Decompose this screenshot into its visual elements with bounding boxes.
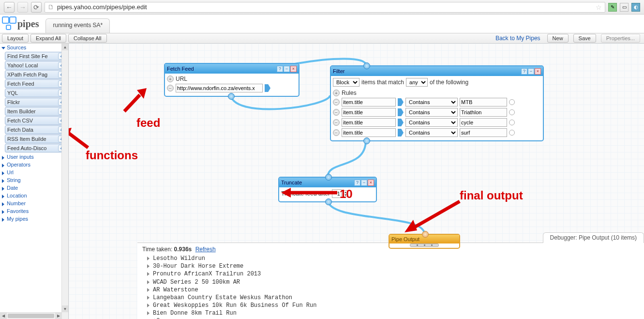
sidebar-category[interactable]: User inputs	[0, 153, 68, 161]
add-url-icon[interactable]: +	[167, 76, 174, 82]
module-header[interactable]: Fetch Feed ? − ×	[165, 64, 299, 74]
ext-3-icon[interactable]: ◐	[631, 3, 640, 12]
module-header[interactable]: Filter ? − ×	[331, 66, 543, 76]
scroll-left-icon[interactable]: ◀	[0, 313, 7, 319]
ext-1-icon[interactable]: ✎	[608, 3, 617, 12]
canvas[interactable]: Fetch Feed ? − × + URL −	[69, 44, 644, 319]
source-item[interactable]: Flickr+	[5, 98, 66, 106]
rule-op-select[interactable]: Contains	[405, 108, 458, 117]
ext-2-icon[interactable]: ▭	[620, 3, 629, 12]
rule-radio[interactable]	[509, 99, 515, 105]
collapse-icon[interactable]: −	[361, 180, 367, 186]
input-port[interactable]	[325, 174, 332, 181]
rule-radio[interactable]	[509, 120, 515, 125]
debug-item[interactable]: Langebaan Country Estate Weskus Marathon	[142, 294, 639, 302]
back-button[interactable]: ←	[4, 2, 15, 13]
rule-radio[interactable]	[509, 130, 515, 136]
sidebar-category[interactable]: String	[0, 176, 68, 184]
output-port[interactable]	[363, 137, 370, 144]
back-to-pipes-link[interactable]: Back to My Pipes	[495, 35, 540, 42]
source-item[interactable]: Feed Auto-Disco+	[5, 144, 66, 152]
rule-radio[interactable]	[509, 109, 515, 115]
sidebar-category[interactable]: Favorites	[0, 207, 68, 215]
field-port-icon[interactable]	[398, 108, 404, 116]
debug-item[interactable]: WCAD Series 2 50 100km AR	[142, 278, 639, 286]
collapse-icon[interactable]: −	[284, 66, 290, 72]
more-items[interactable]: +2 more...	[142, 318, 639, 319]
remove-rule-icon[interactable]: −	[333, 99, 340, 106]
hscroll-thumb[interactable]	[8, 314, 54, 318]
close-icon[interactable]: ×	[290, 66, 297, 72]
expand-all-button[interactable]: Expand All	[30, 34, 66, 43]
remove-rule-icon[interactable]: −	[333, 129, 340, 136]
debugger-tab[interactable]: Debugger: Pipe Output (10 items)	[543, 232, 644, 243]
rule-value-input[interactable]	[460, 128, 507, 137]
rule-value-input[interactable]	[460, 98, 507, 106]
block-select[interactable]: Block	[333, 78, 359, 87]
input-port[interactable]	[363, 62, 370, 69]
help-icon[interactable]: ?	[354, 180, 360, 186]
source-item[interactable]: Fetch CSV+	[5, 116, 66, 125]
output-port[interactable]	[228, 93, 235, 100]
new-button[interactable]: New	[547, 34, 569, 43]
remove-rule-icon[interactable]: −	[333, 119, 340, 126]
collapse-all-button[interactable]: Collapse All	[68, 34, 106, 43]
add-rule-icon[interactable]: +	[333, 90, 340, 96]
source-item[interactable]: Find First Site Fe+	[5, 52, 66, 61]
sidebar-category[interactable]: Date	[0, 184, 68, 192]
debug-item[interactable]: 30-Hour Dark Horse Extreme	[142, 262, 639, 270]
source-item[interactable]: Yahoo! Local+	[5, 61, 66, 70]
source-item[interactable]: YQL+	[5, 89, 66, 97]
sidebar-category[interactable]: Url	[0, 168, 68, 176]
field-port-icon[interactable]	[398, 119, 404, 126]
debug-item[interactable]: Great Weskoppies 10k Run 6k Business Of …	[142, 302, 639, 309]
url-port-icon[interactable]	[265, 84, 270, 92]
scroll-up-icon[interactable]: ▲	[62, 44, 68, 50]
close-icon[interactable]: ×	[535, 68, 541, 75]
rule-field-input[interactable]	[342, 118, 396, 127]
help-icon[interactable]: ?	[277, 66, 283, 72]
debug-item[interactable]: Bien Donne 8km Trail Run	[142, 309, 639, 317]
remove-rule-icon[interactable]: −	[333, 109, 340, 116]
rule-op-select[interactable]: Contains	[405, 98, 458, 106]
sidebar-category[interactable]: Location	[0, 192, 68, 199]
url-input[interactable]	[176, 84, 263, 92]
debug-item[interactable]: Lesotho Wildrun	[142, 255, 639, 262]
sidebar-scrollbar[interactable]: ▲ ▼	[61, 44, 68, 319]
any-select[interactable]: any	[406, 78, 428, 87]
collapse-icon[interactable]: −	[528, 68, 534, 75]
scroll-down-icon[interactable]: ▼	[62, 305, 68, 312]
source-item[interactable]: XPath Fetch Pag+	[5, 70, 66, 79]
rule-value-input[interactable]	[460, 108, 507, 117]
rule-value-input[interactable]	[460, 118, 507, 127]
field-port-icon[interactable]	[398, 98, 404, 106]
url-bar[interactable]: 🗋 pipes.yahoo.com/pipes/pipe.edit ☆	[45, 2, 605, 13]
layout-button[interactable]: Layout	[2, 34, 29, 43]
sidebar-hscroll[interactable]: ◀ ▶	[0, 312, 62, 319]
sidebar-category[interactable]: Number	[0, 199, 68, 207]
bookmark-star-icon[interactable]: ☆	[596, 3, 602, 11]
debug-item[interactable]: AR Waterstone	[142, 286, 639, 294]
properties-button[interactable]: Properties...	[601, 34, 640, 43]
source-item[interactable]: Item Builder+	[5, 107, 66, 116]
module-fetch-feed[interactable]: Fetch Feed ? − × + URL −	[164, 63, 300, 97]
forward-button[interactable]: →	[17, 2, 28, 13]
cat-sources[interactable]: Sources	[0, 44, 68, 51]
refresh-link[interactable]: Refresh	[195, 246, 216, 253]
field-port-icon[interactable]	[398, 129, 404, 137]
resize-grip-icon[interactable]	[410, 243, 439, 247]
save-button[interactable]: Save	[573, 34, 596, 43]
rule-field-input[interactable]	[342, 108, 396, 117]
debug-item[interactable]: Pronutro AfricanX Trailrun 2013	[142, 270, 639, 278]
rule-op-select[interactable]: Contains	[405, 128, 458, 137]
help-icon[interactable]: ?	[521, 68, 527, 75]
rule-op-select[interactable]: Contains	[405, 118, 458, 127]
module-filter[interactable]: Filter ? − × Block items that match any …	[330, 65, 544, 141]
pipes-logo[interactable]: pipes	[2, 16, 39, 31]
document-tab[interactable]: running events SA*	[45, 18, 110, 33]
remove-url-icon[interactable]: −	[167, 85, 174, 91]
source-item[interactable]: Fetch Feed+	[5, 79, 66, 88]
reload-button[interactable]: ⟳	[31, 2, 42, 13]
sidebar-category[interactable]: Operators	[0, 161, 68, 168]
source-item[interactable]: RSS Item Builde+	[5, 135, 66, 143]
